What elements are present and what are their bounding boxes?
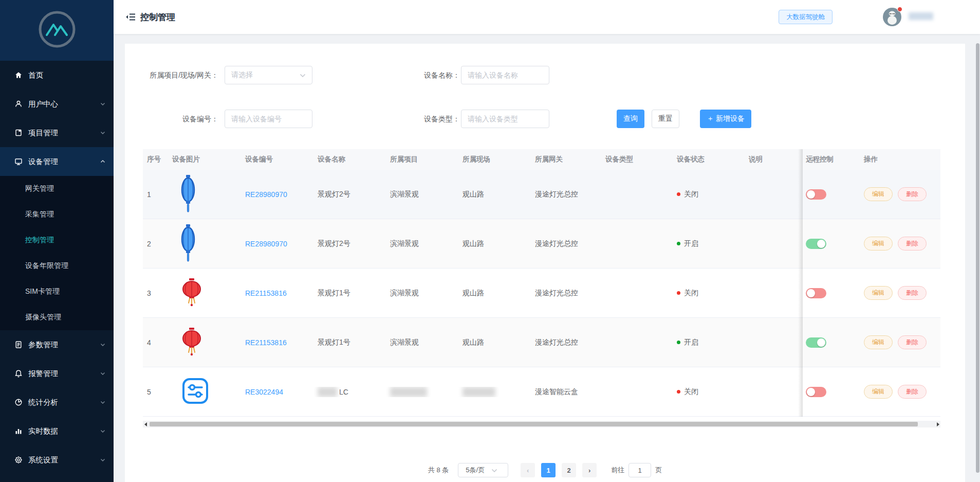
sidebar-item-alarm-mgmt[interactable]: 报警管理: [0, 359, 114, 388]
sidebar: 首页用户中心项目管理设备管理网关管理采集管理控制管理设备年限管理SIM卡管理摄像…: [0, 0, 114, 482]
device-name: 景观灯2号: [313, 239, 386, 248]
search-button[interactable]: 查询: [617, 110, 644, 128]
remote-control-toggle[interactable]: [806, 288, 826, 298]
status-dot-icon: [677, 291, 680, 295]
mountain-logo-icon: [38, 10, 76, 50]
gateway-name: 漫途灯光总控: [531, 338, 601, 347]
big-data-dashboard-button[interactable]: 大数据驾驶舱: [779, 10, 833, 24]
remote-control-toggle[interactable]: [806, 239, 826, 249]
vertical-scroll-thumb[interactable]: [976, 43, 979, 473]
device-code-link[interactable]: RE21153816: [245, 338, 287, 347]
gateway-name: 漫途灯光总控: [531, 190, 601, 199]
page-size-select[interactable]: 5条/页: [458, 463, 508, 477]
stats-icon: [14, 398, 23, 406]
column-header: 设备编号: [241, 155, 313, 164]
gateway-name: 漫途智能云盒: [531, 387, 601, 397]
device-code-link[interactable]: RE21153816: [245, 289, 287, 297]
status-dot-icon: [677, 390, 680, 394]
remote-control-toggle[interactable]: [806, 337, 826, 348]
device-name-input[interactable]: [461, 66, 549, 84]
edit-button[interactable]: 编辑: [864, 286, 893, 300]
scroll-left-arrow-icon[interactable]: [143, 421, 148, 427]
sidebar-item-realtime-data[interactable]: 实时数据: [0, 417, 114, 445]
site-name: 观山路: [458, 239, 531, 248]
project-select[interactable]: 请选择: [225, 66, 312, 84]
censored-text: [463, 387, 495, 397]
page-button-1[interactable]: 1: [541, 463, 556, 477]
prev-page-button[interactable]: ‹: [521, 463, 535, 477]
column-header: 操作: [860, 155, 940, 164]
table-header-row: 序号设备图片设备编号设备名称所属项目所属现场所属网关设备类型设备状态说明远程控制…: [143, 149, 940, 170]
chevron-down-icon: [99, 456, 106, 463]
table-row: 5RE3022494LC漫途智能云盒关闭编辑删除: [143, 367, 940, 417]
sidebar-submenu: 网关管理采集管理控制管理设备年限管理SIM卡管理摄像头管理: [0, 176, 114, 330]
sidebar-subitem-device-life-mgmt[interactable]: 设备年限管理: [0, 253, 114, 279]
goto-page-input[interactable]: [628, 463, 651, 477]
gateway-name: 漫途灯光总控: [531, 289, 601, 298]
sidebar-item-stats-analysis[interactable]: 统计分析: [0, 388, 114, 417]
sidebar-item-param-mgmt[interactable]: 参数管理: [0, 330, 114, 359]
menu-fold-icon[interactable]: [125, 13, 136, 21]
sidebar-item-device-mgmt[interactable]: 设备管理: [0, 147, 114, 176]
horizontal-scrollbar[interactable]: [143, 421, 940, 427]
remote-control-toggle[interactable]: [806, 387, 826, 397]
edit-button[interactable]: 编辑: [864, 187, 893, 201]
chevron-down-icon: [300, 70, 306, 80]
next-page-button[interactable]: ›: [582, 463, 597, 477]
scroll-right-arrow-icon[interactable]: [935, 421, 940, 427]
sidebar-nav: 首页用户中心项目管理设备管理网关管理采集管理控制管理设备年限管理SIM卡管理摄像…: [0, 61, 114, 474]
device-code-label: 设备编号：: [125, 110, 218, 128]
remote-control-toggle[interactable]: [806, 189, 826, 200]
device-status: 关闭: [673, 289, 745, 298]
delete-button[interactable]: 删除: [898, 237, 927, 251]
device-code-link[interactable]: RE28980970: [245, 190, 287, 199]
edit-button[interactable]: 编辑: [864, 237, 893, 251]
total-count: 共 8 条: [428, 466, 449, 475]
column-header: 所属项目: [386, 155, 458, 164]
column-header: 设备图片: [168, 155, 241, 164]
gateway-name: 漫途灯光总控: [531, 239, 601, 248]
table-row: 3RE21153816景观灯1号滨湖景观观山路漫途灯光总控关闭编辑删除: [143, 269, 940, 318]
param-icon: [14, 341, 23, 349]
chevron-down-icon: [99, 129, 106, 136]
project-filter-label: 所属项目/现场/网关：: [125, 66, 218, 84]
column-header: 说明: [745, 155, 802, 164]
sidebar-subitem-collect-mgmt[interactable]: 采集管理: [0, 202, 114, 227]
delete-button[interactable]: 删除: [898, 286, 927, 300]
site-name: 观山路: [458, 289, 531, 298]
sidebar-item-user-center[interactable]: 用户中心: [0, 90, 114, 118]
topbar: 控制管理 大数据驾驶舱: [114, 0, 980, 34]
edit-button[interactable]: 编辑: [864, 335, 893, 349]
edit-button[interactable]: 编辑: [864, 385, 893, 399]
column-header: 设备名称: [313, 155, 386, 164]
sidebar-subitem-camera-mgmt[interactable]: 摄像头管理: [0, 305, 114, 330]
sidebar-subitem-sim-card-mgmt[interactable]: SIM卡管理: [0, 279, 114, 305]
reset-button[interactable]: 重置: [652, 110, 679, 128]
project-icon: [14, 129, 23, 137]
device-code-input[interactable]: [225, 110, 312, 128]
notification-badge: [897, 7, 902, 12]
delete-button[interactable]: 删除: [898, 335, 927, 349]
delete-button[interactable]: 删除: [898, 187, 927, 201]
site-name: [458, 387, 531, 397]
pagination: 共 8 条 5条/页 ‹ 12 › 前往 页: [125, 463, 965, 477]
sidebar-item-project-mgmt[interactable]: 项目管理: [0, 118, 114, 147]
device-name-label: 设备名称：: [361, 66, 460, 84]
sidebar-subitem-gateway-mgmt[interactable]: 网关管理: [0, 176, 114, 202]
status-dot-icon: [677, 192, 680, 196]
horizontal-scroll-thumb[interactable]: [150, 422, 918, 426]
project-name: 滨湖景观: [386, 190, 458, 199]
logo[interactable]: [0, 0, 114, 61]
project-select-placeholder: 请选择: [231, 70, 300, 80]
delete-button[interactable]: 删除: [898, 385, 927, 399]
device-status: 开启: [673, 239, 745, 248]
device-code-link[interactable]: RE3022494: [245, 388, 283, 396]
sidebar-item-system-settings[interactable]: 系统设置: [0, 445, 114, 474]
sidebar-item-home[interactable]: 首页: [0, 61, 114, 90]
device-table: 序号设备图片设备编号设备名称所属项目所属现场所属网关设备类型设备状态说明远程控制…: [143, 149, 940, 417]
add-device-button[interactable]: ＋ 新增设备: [700, 110, 751, 128]
sidebar-subitem-control-mgmt[interactable]: 控制管理: [0, 227, 114, 253]
device-type-input[interactable]: [461, 110, 549, 128]
page-button-2[interactable]: 2: [562, 463, 576, 477]
device-code-link[interactable]: RE28980970: [245, 240, 287, 248]
